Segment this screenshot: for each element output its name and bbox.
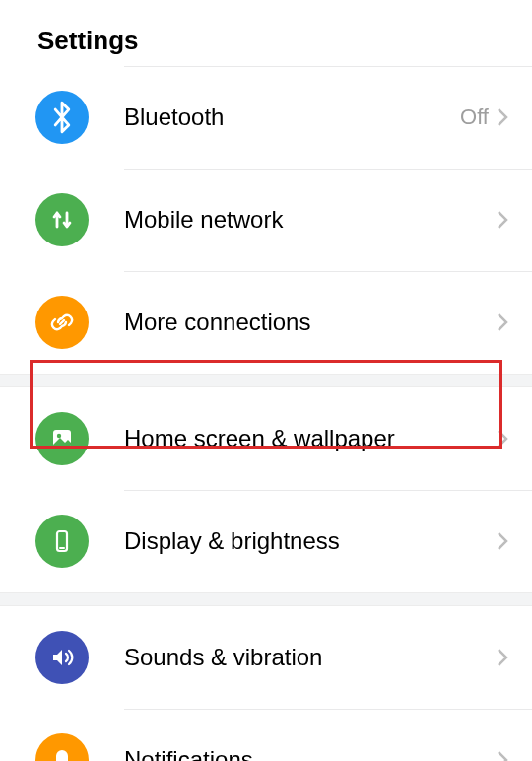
settings-group: Bluetooth Off Mobile network More connec… [0, 66, 532, 374]
divider [124, 271, 532, 272]
svg-point-1 [57, 434, 61, 438]
row-bluetooth[interactable]: Bluetooth Off [0, 66, 532, 169]
divider [124, 490, 532, 491]
bell-icon [35, 733, 89, 761]
row-sounds-vibration[interactable]: Sounds & vibration [0, 606, 532, 709]
chevron-right-icon [497, 429, 508, 449]
settings-group: Sounds & vibration Notifications [0, 606, 532, 761]
row-display-brightness[interactable]: Display & brightness [0, 490, 532, 592]
settings-list: Settings Bluetooth Off Mobile network [0, 0, 532, 761]
row-label: Sounds & vibration [89, 644, 497, 671]
link-icon [35, 296, 89, 349]
divider [124, 169, 532, 170]
sound-icon [35, 631, 89, 684]
chevron-right-icon [497, 107, 508, 127]
wallpaper-icon [35, 412, 89, 465]
chevron-right-icon [497, 312, 508, 332]
display-icon [35, 515, 89, 568]
row-label: Mobile network [89, 206, 497, 234]
row-value: Off [460, 104, 489, 130]
section-gap [0, 592, 532, 606]
section-gap [0, 374, 532, 387]
chevron-right-icon [497, 210, 508, 230]
row-notifications[interactable]: Notifications [0, 709, 532, 761]
settings-group: Home screen & wallpaper Display & bright… [0, 387, 532, 592]
row-label: Home screen & wallpaper [89, 425, 497, 452]
row-more-connections[interactable]: More connections [0, 271, 532, 374]
chevron-right-icon [497, 750, 508, 761]
row-label: Bluetooth [89, 104, 460, 131]
divider [124, 709, 532, 710]
divider [124, 66, 532, 67]
chevron-right-icon [497, 648, 508, 667]
chevron-right-icon [497, 531, 508, 551]
bluetooth-icon [35, 91, 89, 144]
row-home-screen-wallpaper[interactable]: Home screen & wallpaper [0, 387, 532, 490]
row-mobile-network[interactable]: Mobile network [0, 169, 532, 271]
page-title: Settings [0, 0, 532, 56]
row-label: Display & brightness [89, 527, 497, 555]
row-label: Notifications [89, 746, 497, 761]
mobile-network-icon [35, 193, 89, 246]
row-label: More connections [89, 309, 497, 336]
